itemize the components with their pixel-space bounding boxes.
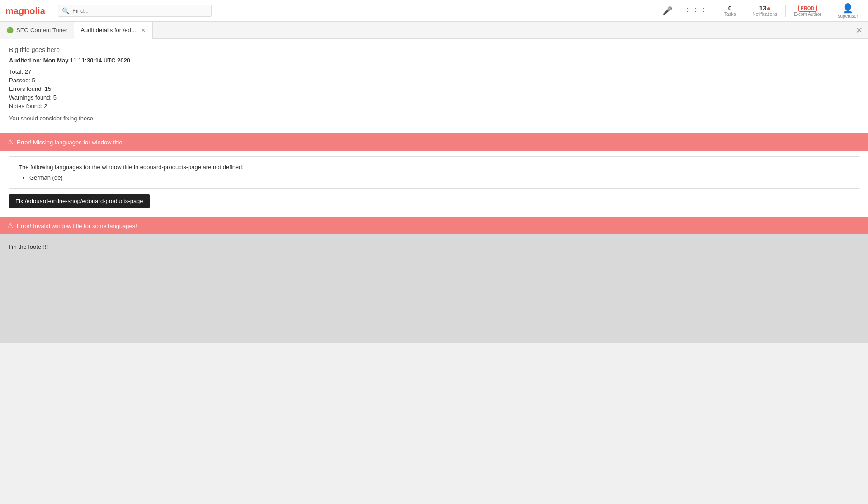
logo: magnolia [5, 4, 51, 18]
notifications-button[interactable]: 13 Notifications [748, 0, 781, 22]
note-text: You should consider fixing these. [9, 115, 859, 122]
error-header-2: ⚠ Error! Invalid window title for some l… [0, 217, 868, 234]
page-title: Big title goes here [9, 46, 859, 53]
nav-divider-3 [785, 5, 786, 17]
error-body-text-1: The following languages for the window t… [19, 164, 849, 171]
warnings-stat: Warnings found: 5 [9, 94, 859, 101]
alert-icon-1: ⚠ [7, 138, 13, 146]
tasks-label: Tasks [724, 12, 736, 17]
total-stat: Total: 27 [9, 68, 859, 75]
user-button[interactable]: 👤 superuser [834, 0, 863, 22]
fix-button-1[interactable]: Fix /edouard-online-shop/edouard-product… [9, 194, 150, 208]
error-body-1: The following languages for the window t… [9, 156, 859, 189]
grid-icon: ⋮⋮⋮ [683, 6, 708, 16]
nav-divider-4 [830, 5, 830, 17]
notifications-label: Notifications [752, 12, 777, 17]
tab-label-seo: SEO Content Tuner [16, 27, 67, 33]
microphone-button[interactable]: 🎤 [658, 0, 677, 22]
tab-audit-details[interactable]: Audit details for /ed... ✕ [74, 22, 152, 39]
close-all-tabs-button[interactable]: ✕ [856, 25, 863, 35]
apps-button[interactable]: ⋮⋮⋮ [679, 0, 712, 22]
user-icon: 👤 [842, 3, 854, 14]
tab-seo-content-tuner[interactable]: 🟢 SEO Content Tuner [0, 22, 74, 39]
tab-icon-seo: 🟢 [6, 27, 14, 33]
passed-stat: Passed: 5 [9, 77, 859, 84]
microphone-icon: 🎤 [662, 6, 672, 16]
error-items-list-1: German (de) [19, 174, 849, 181]
svg-text:magnolia: magnolia [5, 5, 46, 15]
tab-label-audit: Audit details for /ed... [80, 27, 136, 33]
tab-close-audit[interactable]: ✕ [141, 27, 146, 34]
tabs-bar: 🟢 SEO Content Tuner Audit details for /e… [0, 22, 868, 39]
error-sections: ⚠ Error! Missing languages for window ti… [0, 133, 868, 234]
top-nav: magnolia 🔍 🎤 ⋮⋮⋮ 0 Tasks 13 Notification… [0, 0, 868, 22]
notification-dot [767, 7, 770, 10]
tasks-count: 0 [728, 5, 732, 12]
footer: I'm the footer!!! [0, 234, 868, 343]
search-input[interactable] [72, 7, 208, 14]
error-section-1: ⚠ Error! Missing languages for window ti… [0, 133, 868, 217]
notifications-count: 13 [759, 5, 770, 12]
environment-badge: PROD [798, 5, 817, 12]
error-header-text-2: Error! Invalid window title for some lan… [17, 223, 137, 229]
nav-right: 🎤 ⋮⋮⋮ 0 Tasks 13 Notifications PROD E-co… [658, 0, 863, 22]
nav-divider-2 [744, 5, 744, 17]
author-label: E-com Author [794, 12, 821, 17]
error-header-1: ⚠ Error! Missing languages for window ti… [0, 133, 868, 151]
error-header-text-1: Error! Missing languages for window titl… [17, 139, 124, 146]
error-item-german: German (de) [29, 174, 849, 181]
alert-icon-2: ⚠ [7, 222, 13, 230]
audit-date: Audited on: Mon May 11 11:30:14 UTC 2020 [9, 57, 859, 64]
tasks-button[interactable]: 0 Tasks [720, 0, 741, 22]
footer-text: I'm the footer!!! [9, 243, 48, 250]
user-label: superuser [838, 14, 858, 19]
notes-stat: Notes found: 2 [9, 103, 859, 109]
environment-button[interactable]: PROD E-com Author [789, 0, 826, 22]
audit-summary: Big title goes here Audited on: Mon May … [0, 39, 868, 133]
search-bar[interactable]: 🔍 [58, 5, 212, 17]
errors-stat: Errors found: 15 [9, 86, 859, 92]
error-section-2: ⚠ Error! Invalid window title for some l… [0, 217, 868, 234]
nav-divider-1 [716, 5, 716, 17]
search-icon: 🔍 [62, 7, 70, 14]
